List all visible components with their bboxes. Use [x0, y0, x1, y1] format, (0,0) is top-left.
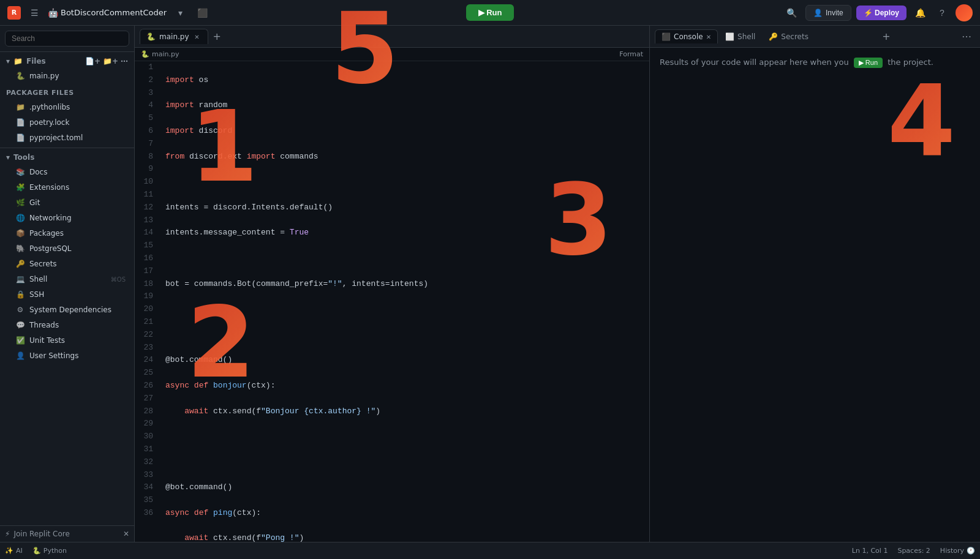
- pages-button[interactable]: ⬛: [194, 4, 211, 21]
- sidebar-item-mainpy[interactable]: 🐍 main.py: [2, 69, 132, 83]
- sidebar-item-shell[interactable]: 💻 Shell ⌘OS: [2, 272, 132, 287]
- new-file-icon[interactable]: 📄+: [85, 57, 100, 66]
- secrets-icon: 🔑: [16, 260, 24, 268]
- invite-icon: 👤: [813, 9, 823, 17]
- right-panel: ⬛ Console ✕ ⬜ Shell 🔑 Secrets + ⋯ Result…: [649, 26, 980, 542]
- search-input[interactable]: [5, 31, 129, 47]
- sidebar-item-unit-tests[interactable]: ✅ Unit Tests: [2, 333, 132, 348]
- files-section-header[interactable]: ▾ 📁 Files 📄+ 📁+ ⋯: [0, 52, 134, 68]
- panel-tabs: ⬛ Console ✕ ⬜ Shell 🔑 Secrets + ⋯: [650, 26, 980, 48]
- user-settings-icon: 👤: [16, 351, 24, 360]
- search-icon-button[interactable]: 🔍: [783, 4, 801, 21]
- run-inline-button[interactable]: ▶ Run: [854, 58, 883, 68]
- more-icon[interactable]: ⋯: [121, 57, 128, 66]
- file-icon-poetry: 📄: [16, 118, 24, 127]
- shell-tab-icon: ⬜: [725, 32, 734, 41]
- panel-tab-shell[interactable]: ⬜ Shell: [719, 30, 761, 43]
- console-tab-close[interactable]: ✕: [706, 34, 711, 40]
- ssh-icon: 🔒: [16, 290, 24, 299]
- close-join-icon[interactable]: ✕: [123, 530, 129, 538]
- run-button[interactable]: ▶ Run: [466, 4, 514, 21]
- python-file-icon: 🐍: [146, 32, 156, 41]
- spaces-indicator: Spaces: 2: [897, 547, 930, 555]
- extensions-icon: 🧩: [16, 183, 24, 192]
- sidebar-item-secrets[interactable]: 🔑 Secrets: [2, 257, 132, 271]
- system-dep-icon: ⚙️: [16, 306, 24, 314]
- history-icon: 🕐: [967, 547, 975, 555]
- invite-button[interactable]: 👤 Invite: [805, 5, 851, 21]
- panel-more-button[interactable]: ⋯: [958, 29, 975, 43]
- sidebar-item-packages[interactable]: 📦 Packages: [2, 226, 132, 241]
- sidebar-item-git[interactable]: 🌿 Git: [2, 195, 132, 210]
- panel-tab-add-button[interactable]: +: [878, 29, 894, 43]
- sidebar-item-pythonlibs[interactable]: 📁 .pythonlibs: [2, 100, 132, 114]
- files-icon: 📁: [13, 57, 23, 66]
- sidebar-item-pyproject[interactable]: 📄 pyproject.toml: [2, 130, 132, 145]
- postgresql-icon: 🐘: [16, 244, 24, 253]
- code-content[interactable]: import os import random import discord f…: [159, 61, 649, 542]
- sidebar-section: ▾ 📁 Files 📄+ 📁+ ⋯ 🐍 main.py Packager fil…: [0, 52, 134, 525]
- format-button[interactable]: Format: [619, 50, 643, 58]
- tools-section-header[interactable]: ▾ Tools: [0, 148, 134, 164]
- tab-add-button[interactable]: +: [209, 29, 225, 43]
- help-button[interactable]: ?: [933, 4, 951, 21]
- sidebar-item-poetrylock[interactable]: 📄 poetry.lock: [2, 115, 132, 130]
- sidebar-item-ssh[interactable]: 🔒 SSH: [2, 287, 132, 302]
- editor-tab-mainpy[interactable]: 🐍 main.py ✕: [140, 29, 208, 44]
- console-icon: ⬛: [662, 32, 671, 41]
- editor-tabs: 🐍 main.py ✕ +: [135, 26, 649, 48]
- new-folder-icon[interactable]: 📁+: [103, 57, 118, 66]
- sidebar-item-postgresql[interactable]: 🐘 PostgreSQL: [2, 241, 132, 256]
- git-icon: 🌿: [16, 198, 24, 207]
- replit-logo: R: [7, 6, 21, 20]
- python-breadcrumb-icon: 🐍: [141, 50, 149, 58]
- unit-tests-icon: ✅: [16, 336, 24, 345]
- sidebar-item-networking[interactable]: 🌐 Networking: [2, 211, 132, 225]
- threads-icon: 💬: [16, 321, 24, 329]
- join-replit-button[interactable]: ⚡ Join Replit Core ✕: [0, 525, 134, 542]
- position-indicator: Ln 1, Col 1: [852, 547, 888, 555]
- docs-icon: 📚: [16, 168, 24, 176]
- secrets-tab-icon: 🔑: [769, 32, 778, 41]
- chevron-down-icon-tools: ▾: [6, 153, 10, 162]
- console-content: Results of your code will appear here wh…: [650, 48, 980, 542]
- topbar-right: 🔍 👤 Invite ⚡ Deploy 🔔 ?: [654, 4, 973, 21]
- dropdown-button[interactable]: ▾: [172, 4, 189, 21]
- networking-icon: 🌐: [16, 214, 24, 222]
- watermark-4: 4: [888, 72, 956, 170]
- packages-icon: 📦: [16, 229, 24, 238]
- python-status-icon: 🐍: [32, 547, 41, 555]
- deploy-button[interactable]: ⚡ Deploy: [856, 6, 907, 20]
- topbar: R ☰ 🤖 BotDiscordCommentCoder ▾ ⬛ ▶ Run 🔍…: [0, 0, 980, 26]
- sidebar-item-docs[interactable]: 📚 Docs: [2, 165, 132, 179]
- hamburger-button[interactable]: ☰: [26, 4, 43, 21]
- tab-close-button[interactable]: ✕: [193, 32, 202, 41]
- topbar-left: R ☰ 🤖 BotDiscordCommentCoder ▾ ⬛: [7, 4, 326, 21]
- chevron-down-icon: ▾: [6, 57, 10, 66]
- sidebar-item-extensions[interactable]: 🧩 Extensions: [2, 180, 132, 195]
- sidebar-item-user-settings[interactable]: 👤 User Settings: [2, 348, 132, 363]
- history-button[interactable]: History 🕐: [940, 547, 975, 555]
- search-section: [0, 26, 134, 52]
- notification-button[interactable]: 🔔: [911, 4, 929, 21]
- sidebar-item-system-dependencies[interactable]: ⚙️ System Dependencies: [2, 302, 132, 317]
- packager-header: Packager files: [0, 84, 134, 99]
- status-bar: ✨ AI 🐍 Python Ln 1, Col 1 Spaces: 2 Hist…: [0, 542, 980, 559]
- editor-wrapper: 1 2 12345 678910 1112131415 1617181920 2…: [135, 61, 649, 542]
- line-numbers: 12345 678910 1112131415 1617181920 21222…: [135, 61, 159, 542]
- topbar-center: ▶ Run: [331, 4, 649, 21]
- status-ai[interactable]: ✨ AI: [5, 547, 23, 555]
- sidebar-item-threads[interactable]: 💬 Threads: [2, 318, 132, 332]
- join-icon: ⚡: [5, 530, 10, 538]
- avatar[interactable]: [956, 4, 973, 21]
- panel-tab-console[interactable]: ⬛ Console ✕: [655, 29, 718, 43]
- status-right: Ln 1, Col 1 Spaces: 2 History 🕐: [852, 547, 975, 555]
- code-area: 12345 678910 1112131415 1617181920 21222…: [135, 61, 649, 542]
- ai-icon: ✨: [5, 547, 13, 555]
- status-lang[interactable]: 🐍 Python: [32, 547, 67, 555]
- editor-breadcrumb: 🐍 main.py Format: [135, 48, 649, 61]
- panel-tab-secrets[interactable]: 🔑 Secrets: [763, 30, 815, 43]
- shell-icon: 💻: [16, 275, 24, 283]
- main-content: ▾ 📁 Files 📄+ 📁+ ⋯ 🐍 main.py Packager fil…: [0, 26, 980, 542]
- shell-shortcut: ⌘OS: [111, 276, 126, 283]
